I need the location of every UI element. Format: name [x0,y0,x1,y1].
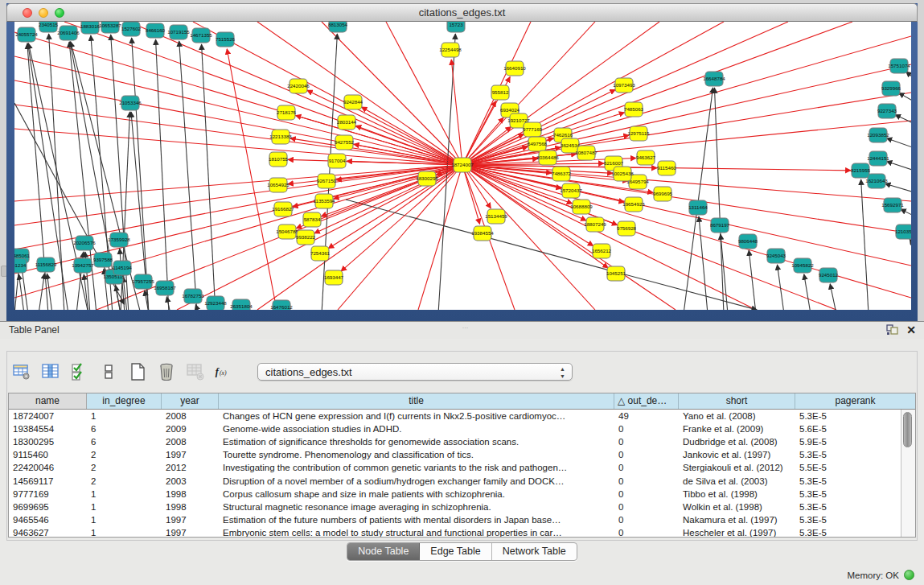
graph-node[interactable]: 10945822 [791,258,814,273]
graph-node[interactable]: 7515526 [216,32,236,47]
graph-node[interactable]: 1311464 [688,200,708,215]
graph-node[interactable]: 20206576 [73,236,96,250]
graph-node[interactable]: 10653287 [99,22,121,33]
graph-edge[interactable] [714,88,724,310]
column-header-year[interactable]: year [162,393,219,409]
tab-edge-table[interactable]: Edge Table [420,543,491,560]
table-row[interactable]: 946554611997Estimation of the future num… [9,513,901,526]
select-rows-icon[interactable] [69,361,90,382]
table-row[interactable]: 911546021997Tourette syndrome. Phenomeno… [9,448,901,461]
table-row[interactable]: 1830029562008Estimation of significance … [9,435,901,448]
graph-edge[interactable] [910,239,911,249]
graph-node[interactable]: 19654923 [622,197,645,212]
graph-node[interactable]: 12975115 [627,126,650,141]
graph-node[interactable]: 917004 [328,154,346,168]
graph-edge[interactable] [202,44,216,310]
graph-node[interactable]: 20691406 [57,26,80,40]
citation-graph[interactable]: 2405572423405152069140618830161065328715… [14,22,911,310]
graph-node[interactable]: 16782753 [182,289,204,303]
graph-edge[interactable] [462,165,608,268]
splitter-grip-icon[interactable]: … [462,323,470,330]
graph-node[interactable]: 19166827 [272,202,294,216]
column-header-pagerank[interactable]: pagerank [795,393,915,409]
graph-edge[interactable] [195,304,199,310]
tab-node-table[interactable]: Node Table [347,543,420,560]
graph-node[interactable]: 587834 [303,212,321,227]
graph-edge[interactable] [830,284,836,310]
graph-node[interactable]: 8813054 [328,22,348,32]
graph-edge[interactable] [901,209,911,217]
graph-node[interactable]: 8215955 [851,163,871,178]
table-row[interactable]: 1938455462009Genome-wide association stu… [9,422,901,435]
function-builder-icon[interactable]: f (x) [214,361,235,382]
graph-edge[interactable] [462,165,911,298]
graph-node[interactable]: 22420046 [287,79,310,93]
graph-node[interactable]: 9699695 [653,187,673,201]
graph-node[interactable]: 12093852 [867,128,889,142]
graph-node[interactable]: 9427552 [335,135,355,150]
graph-node[interactable]: 8466160 [146,23,166,38]
graph-node[interactable]: 1693447 [324,270,344,285]
graph-node[interactable]: 1210350 [895,225,911,239]
graph-node[interactable]: 8679197 [710,218,730,233]
graph-node[interactable]: 12444151 [867,151,889,166]
graph-edge[interactable] [322,34,337,310]
graph-edge[interactable] [886,161,911,171]
table-row[interactable]: 1456911722003Disruption of a novel membe… [9,474,901,487]
graph-edge[interactable] [346,200,757,310]
graph-node[interactable]: 15720437 [560,183,582,198]
table-selector-dropdown[interactable]: citations_edges.txt ▲▼ [257,363,573,381]
graph-edge[interactable] [906,72,911,80]
graph-node[interactable]: 21053346 [119,96,142,110]
graph-edge[interactable] [899,93,911,103]
graph-node[interactable]: 2803144 [337,115,357,130]
graph-node[interactable]: 10025438 [611,167,634,181]
graph-node[interactable]: 15692971 [881,198,904,212]
graph-node[interactable]: 14671355 [190,28,212,43]
tab-network-table[interactable]: Network Table [492,543,577,560]
new-table-icon[interactable] [127,361,148,382]
graph-node[interactable]: 7486372 [552,167,572,181]
graph-node[interactable]: 26351804 [230,299,253,310]
table-column-icon[interactable] [40,361,61,382]
column-header-name[interactable]: name [9,393,87,409]
graph-node[interactable]: 10719155 [167,25,190,39]
graph-node[interactable]: 9227343 [877,104,897,118]
graph-node[interactable]: 13942757 [72,258,94,273]
graph-node[interactable]: 24055724 [15,27,38,42]
graph-node[interactable]: 18300295 [416,171,438,186]
graph-node[interactable]: 18807249 [584,217,606,232]
column-header-in-degree[interactable]: in_degree [87,393,162,409]
graph-edge[interactable] [14,165,462,225]
graph-node[interactable]: 9267150 [317,174,337,188]
graph-node[interactable]: 12213383 [269,130,292,144]
float-panel-icon[interactable] [886,324,898,336]
graph-node[interactable]: 1810755 [269,152,289,167]
graph-node[interactable]: 1145194 [113,261,132,275]
graph-edge[interactable] [861,179,869,310]
memory-ok-icon[interactable] [904,570,914,580]
graph-edge[interactable] [895,115,911,125]
graph-edge[interactable] [684,88,713,310]
graph-edge[interactable] [885,183,911,193]
graph-edge[interactable] [14,105,462,165]
minimize-window-icon[interactable] [39,8,48,18]
graph-node[interactable]: 9938222 [296,230,316,245]
graph-node[interactable]: 10654925 [267,178,290,192]
graph-node[interactable]: 15723 [447,22,465,32]
column-header-title[interactable]: title [219,393,614,409]
graph-node[interactable]: 12923448 [204,296,227,310]
graph-node[interactable]: 16640910 [503,61,526,76]
close-window-icon[interactable] [23,8,32,18]
graph-edge[interactable] [156,39,169,310]
graph-node[interactable]: 2718176 [277,105,297,120]
column-header-short[interactable]: short [679,393,795,409]
graph-node[interactable]: 16210643 [865,174,888,188]
graph-edge[interactable] [804,274,811,310]
network-window-titlebar[interactable]: citations_edges.txt [6,3,918,22]
graph-node[interactable]: 10973493 [613,78,635,93]
graph-node[interactable]: 1656212 [592,244,612,258]
graph-node[interactable]: 391234 [14,258,27,273]
graph-node[interactable]: 19384554 [471,226,494,241]
network-canvas[interactable]: 2405572423405152069140618830161065328715… [14,22,911,310]
